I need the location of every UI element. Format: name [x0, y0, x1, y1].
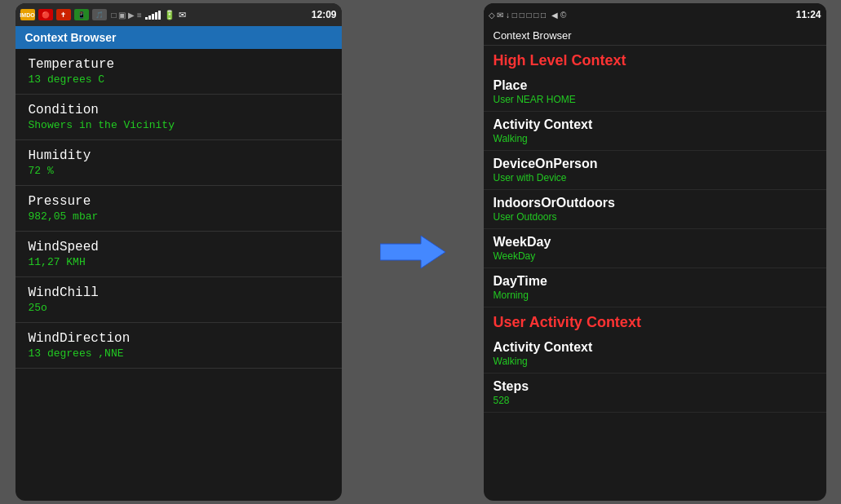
item-label-place: Place	[494, 78, 817, 93]
app-icon-4: 🎵	[92, 9, 107, 20]
signal-right: ◀ ©	[551, 11, 566, 20]
item-label-condition: Condition	[29, 103, 329, 117]
item-label-weekday: WeekDay	[494, 235, 817, 250]
list-item: DayTime Morning	[484, 268, 826, 307]
item-value-deviceonperson: User with Device	[494, 172, 817, 183]
item-value-indoors-outdoors: User Outdoors	[494, 211, 817, 223]
left-title: Context Browser	[25, 31, 117, 44]
section-header-high-level: High Level Context	[484, 46, 826, 73]
item-label-indoors-outdoors: IndoorsOrOutdoors	[494, 196, 817, 210]
item-value-activity-context-1: Walking	[494, 133, 817, 144]
left-phone: IMDO 🔴 ✝ 📱 🎵 □ ▣ ▶ ≡ 🔋 ✉ 12:09 Context B…	[15, 3, 342, 501]
list-item: Activity Context Walking	[484, 334, 826, 374]
list-item: WeekDay WeekDay	[484, 229, 826, 268]
item-label-humidity: Humidity	[29, 148, 329, 163]
item-label-temperature: Temperature	[29, 57, 329, 72]
item-value-winddirection: 13 degrees ,NNE	[29, 347, 329, 360]
list-item: Humidity 72 %	[15, 140, 342, 186]
right-phone: ◇ ✉ ↓ □ □ □ □ □ ◀ © 11:24 Context Browse…	[484, 3, 826, 501]
right-title: Context Browser	[494, 29, 572, 42]
item-label-windchill: WindChill	[29, 285, 329, 300]
right-status-time: 11:24	[796, 9, 821, 20]
left-status-bar: IMDO 🔴 ✝ 📱 🎵 □ ▣ ▶ ≡ 🔋 ✉ 12:09	[15, 3, 342, 26]
list-item: IndoorsOrOutdoors User Outdoors	[484, 190, 826, 229]
item-value-temperature: 13 degrees C	[29, 73, 329, 86]
item-value-steps: 528	[494, 395, 817, 406]
signal-bars	[145, 11, 161, 20]
item-label-windspeed: WindSpeed	[29, 240, 329, 254]
right-title-bar: Context Browser	[484, 26, 826, 46]
list-item: Temperature 13 degrees C	[15, 49, 342, 95]
list-item: Pressure 982,05 mbar	[15, 186, 342, 232]
status-icons-right: ◇ ✉ ↓ □ □ □ □ □	[489, 11, 547, 20]
right-status-bar: ◇ ✉ ↓ □ □ □ □ □ ◀ © 11:24	[484, 3, 826, 26]
battery-icon: 🔋	[164, 10, 175, 20]
item-label-steps: Steps	[494, 379, 817, 394]
item-label-deviceonperson: DeviceOnPerson	[494, 157, 817, 171]
arrow-container	[372, 232, 454, 272]
item-value-pressure: 982,05 mbar	[29, 210, 329, 223]
left-title-bar: Context Browser	[15, 26, 342, 49]
item-value-place: User NEAR HOME	[494, 94, 817, 105]
item-label-winddirection: WindDirection	[29, 331, 329, 346]
list-item: WindDirection 13 degrees ,NNE	[15, 323, 342, 369]
right-list: High Level Context Place User NEAR HOME …	[484, 46, 826, 501]
imdo-icon: IMDO	[20, 9, 35, 20]
item-value-humidity: 72 %	[29, 165, 329, 177]
envelope-icon: ✉	[179, 10, 186, 20]
list-item: Steps 528	[484, 374, 826, 413]
item-value-windspeed: 11,27 KMH	[29, 256, 329, 268]
item-value-daytime: Morning	[494, 290, 817, 301]
section-header-user-activity: User Activity Context	[484, 307, 826, 334]
list-item: WindChill 25o	[15, 277, 342, 323]
app-icon-3: 📱	[74, 9, 89, 20]
list-item: WindSpeed 11,27 KMH	[15, 232, 342, 277]
item-value-condition: Showers in the Vicinity	[29, 119, 329, 131]
right-arrow-icon	[380, 232, 445, 272]
item-value-windchill: 25o	[29, 302, 329, 314]
item-label-daytime: DayTime	[494, 274, 817, 289]
app-icon-2: ✝	[56, 9, 71, 20]
item-label-pressure: Pressure	[29, 194, 329, 209]
item-label-activity-context-1: Activity Context	[494, 117, 817, 132]
item-value-weekday: WeekDay	[494, 250, 817, 262]
list-item: Activity Context Walking	[484, 112, 826, 151]
app-icon-1: 🔴	[38, 9, 53, 20]
main-container: IMDO 🔴 ✝ 📱 🎵 □ ▣ ▶ ≡ 🔋 ✉ 12:09 Context B…	[0, 0, 841, 504]
left-list: Temperature 13 degrees C Condition Showe…	[15, 49, 342, 501]
svg-marker-0	[380, 236, 445, 268]
list-item: Place User NEAR HOME	[484, 73, 826, 112]
status-icons-misc: □ ▣ ▶ ≡	[112, 11, 142, 20]
item-label-activity-context-2: Activity Context	[494, 340, 817, 355]
left-status-time: 12:09	[312, 9, 337, 20]
list-item: Condition Showers in the Vicinity	[15, 95, 342, 140]
item-value-activity-context-2: Walking	[494, 356, 817, 367]
list-item: DeviceOnPerson User with Device	[484, 151, 826, 190]
